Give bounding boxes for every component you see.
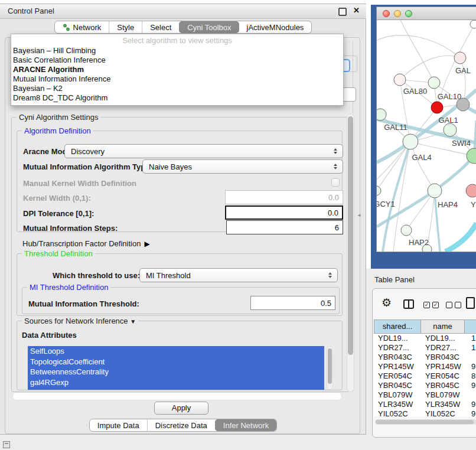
zoom-window-button[interactable] — [405, 10, 412, 17]
mi-threshold-field[interactable] — [250, 296, 335, 310]
list-item[interactable]: BetweennessCentrality — [28, 367, 324, 377]
list-item[interactable]: SelfLoops — [28, 346, 324, 357]
columns-icon[interactable] — [403, 299, 414, 309]
collapse-left-icon[interactable]: ◄ — [357, 213, 361, 218]
network-edge-cyan — [445, 223, 476, 252]
tab-infer-network[interactable]: Infer Network — [215, 419, 276, 431]
stepper-icon — [330, 148, 341, 154]
network-node-gal4[interactable] — [403, 134, 418, 149]
data-attributes-label: Data Attributes — [22, 331, 77, 340]
dock-panel-icon[interactable] — [3, 441, 10, 448]
gear-icon[interactable]: ⚙ — [382, 296, 392, 309]
control-panel-titlebar: Control Panel ✕ — [0, 4, 366, 19]
column-header-partial[interactable] — [465, 319, 476, 334]
node-label: GAL — [455, 66, 471, 75]
deselect-all-icon[interactable] — [446, 302, 461, 308]
table-horizontal-scrollbar[interactable] — [375, 419, 476, 425]
tab-discretize-data[interactable]: Discretize Data — [147, 419, 215, 431]
cell: YDR27... — [421, 343, 465, 353]
table-row[interactable]: YBR043CYBR043C — [374, 353, 476, 362]
horizontal-scroll-track[interactable] — [12, 392, 342, 400]
network-node-gal10[interactable] — [428, 77, 440, 89]
close-icon[interactable]: ✕ — [353, 6, 360, 15]
dpi-tolerance-field[interactable] — [225, 206, 343, 220]
table-panel: Table Panel ⚙ ✓ ✓ shared... name YDL19..… — [366, 269, 476, 450]
table-row[interactable]: YDL19...YDL19...13 — [374, 334, 476, 343]
mi-steps-field[interactable] — [226, 220, 343, 234]
sources-group-title: Sources for Network Inference ▼ — [22, 317, 138, 325]
attributes-scrollbar[interactable] — [327, 346, 333, 390]
algorithm-dropdown-popup: Select algorithm to view settings Bayesi… — [11, 34, 344, 106]
export-table-icon[interactable] — [466, 297, 475, 309]
scrollbar-thumb[interactable] — [328, 348, 332, 384]
network-node-hap2[interactable] — [401, 225, 412, 236]
list-item[interactable]: TopologicalCoefficient — [28, 357, 324, 367]
which-threshold-select[interactable]: MI Threshold — [139, 268, 338, 282]
control-panel-title: Control Panel — [8, 6, 54, 15]
table-row[interactable]: YER054CYER054C8. — [374, 371, 476, 381]
expand-down-icon[interactable]: ▼ — [130, 318, 136, 325]
list-item[interactable]: gal4RGexp — [28, 377, 324, 388]
mi-steps-label: Mutual Information Steps: — [23, 224, 118, 233]
mi-algorithm-type-label: Mutual Information Algorithm Type: — [23, 162, 152, 171]
dropdown-option[interactable]: Bayesian – K2 — [13, 84, 63, 93]
table-row[interactable]: YDR27...YDR27...12 — [374, 343, 476, 353]
network-edge — [400, 20, 434, 83]
network-edge — [400, 56, 460, 80]
node-label: GAL1 — [438, 116, 458, 125]
network-edge — [377, 35, 460, 58]
minimize-window-button[interactable] — [394, 10, 401, 17]
table-row[interactable]: YPR145WYPR145W9. — [374, 362, 476, 371]
network-node[interactable] — [470, 20, 476, 28]
dropdown-option-selected[interactable]: ARACNE Algorithm — [13, 65, 84, 74]
cell: YLR345W — [374, 400, 421, 409]
tab-network[interactable]: Network — [55, 21, 109, 33]
network-node-hap4[interactable] — [428, 184, 442, 198]
cell: YLR345W — [421, 400, 465, 409]
network-node-gcy1[interactable] — [377, 186, 381, 195]
cell: YER054C — [374, 371, 421, 381]
tab-select[interactable]: Select — [142, 21, 179, 33]
kernel-width-field[interactable] — [225, 190, 343, 204]
checked-box-icon: ✓ — [423, 302, 430, 308]
manual-kernel-width-checkbox[interactable] — [331, 178, 340, 187]
column-header-shared-name[interactable]: shared... — [374, 319, 421, 334]
dropdown-option[interactable]: Dream8 DC_TDC Algorithm — [13, 93, 107, 103]
network-node-gal1[interactable] — [431, 102, 443, 113]
settings-scrollbar[interactable] — [347, 113, 354, 392]
node-label: GAL10 — [438, 92, 461, 101]
network-node-swi4[interactable] — [444, 123, 457, 136]
tab-impute-data[interactable]: Impute Data — [90, 419, 147, 431]
node-label: GAL11 — [384, 123, 407, 132]
network-canvas[interactable]: GAL GAL80 GAL10 GAL1 SWI4 GAL11 GAL4 GCY… — [377, 20, 476, 252]
table-row[interactable]: YBR045CYBR045C9. — [374, 381, 476, 390]
scrollbar-thumb[interactable] — [376, 420, 474, 424]
dropdown-option[interactable]: Mutual Information Inference — [13, 74, 110, 84]
table-panel-body: ⚙ ✓ ✓ shared... name YDL19...YDL19...13 … — [372, 288, 476, 438]
tab-style[interactable]: Style — [109, 21, 142, 33]
table-row[interactable]: YIL052CYIL052C9. — [374, 409, 476, 416]
network-node[interactable] — [454, 52, 466, 64]
network-node-gal80[interactable] — [394, 74, 406, 86]
close-window-button[interactable] — [383, 10, 390, 17]
hub-definition-toggle[interactable]: Hub/Transcription Factor Definition▶ — [22, 239, 150, 248]
hub-definition-label: Hub/Transcription Factor Definition — [22, 239, 141, 248]
data-attributes-list[interactable]: SelfLoops TopologicalCoefficient Between… — [28, 346, 324, 390]
float-window-icon[interactable] — [338, 8, 347, 16]
scrollbar-thumb[interactable] — [348, 116, 353, 355]
table-row[interactable]: YBL079WYBL079W — [374, 390, 476, 400]
dropdown-option[interactable]: Basic Correlation Inference — [13, 56, 106, 65]
sources-title-text: Sources for Network Inference — [24, 317, 128, 325]
dropdown-option[interactable]: Bayesian – Hill Climbing — [13, 46, 96, 56]
table-row[interactable]: YLR345WYLR345W9. — [374, 400, 476, 409]
network-node[interactable] — [466, 184, 476, 197]
tab-cyni-toolbox[interactable]: Cyni Toolbox — [179, 21, 239, 33]
select-all-icon[interactable]: ✓ ✓ — [423, 302, 439, 308]
network-node-gal11[interactable] — [377, 109, 386, 120]
apply-button[interactable]: Apply — [154, 402, 208, 415]
column-header-name[interactable]: name — [421, 319, 465, 334]
mi-algorithm-type-value: Naive Bayes — [143, 162, 330, 171]
aracne-mode-select[interactable]: Discovery — [64, 144, 343, 158]
tab-jactivemnodules[interactable]: jActiveMNodules — [239, 21, 312, 33]
mi-algorithm-type-select[interactable]: Naive Bayes — [142, 159, 343, 174]
